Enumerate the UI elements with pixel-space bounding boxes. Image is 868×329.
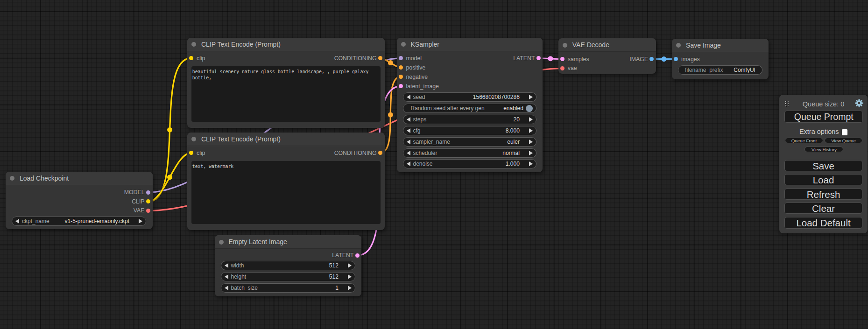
load-button[interactable]: Load (784, 174, 863, 185)
widget-sampler-name[interactable]: sampler_nameeuler (403, 137, 536, 147)
input-dot-clip[interactable] (189, 151, 193, 155)
node-title-bar[interactable]: VAE Decode (558, 38, 656, 52)
input-slot-latent_image[interactable]: latent_image (397, 82, 470, 91)
widget-width[interactable]: width512 (221, 261, 355, 270)
output-slot-CLIP[interactable]: CLIP (79, 197, 152, 206)
input-slot-positive[interactable]: positive (397, 63, 470, 72)
widget-steps[interactable]: steps20 (403, 115, 536, 124)
output-slot-LATENT[interactable]: LATENT (470, 54, 543, 63)
output-slot-MODEL[interactable]: MODEL (79, 188, 152, 197)
input-slot-images[interactable]: images (672, 55, 720, 64)
decrement-arrow-icon[interactable] (15, 219, 19, 224)
output-slot-LATENT[interactable]: LATENT (288, 251, 361, 260)
input-slot-vae[interactable]: vae (558, 63, 607, 73)
widget-height[interactable]: height512 (221, 272, 355, 281)
prompt-textarea[interactable]: beautiful scenery nature glass bottle la… (191, 66, 381, 122)
output-dot-model[interactable] (146, 190, 150, 195)
decrement-arrow-icon[interactable] (225, 274, 228, 279)
increment-arrow-icon[interactable] (348, 286, 352, 290)
increment-arrow-icon[interactable] (139, 219, 142, 224)
load-default-button[interactable]: Load Default (784, 217, 863, 229)
decrement-arrow-icon[interactable] (225, 263, 228, 268)
graph-canvas[interactable]: Queue size: 0 Queue Prompt Extra options… (0, 0, 868, 329)
widget-random-seed-after-every-gen[interactable]: Random seed after every genenabled (403, 104, 536, 113)
extra-options-checkbox[interactable] (842, 129, 848, 135)
queue-front-button[interactable]: Queue Front (785, 138, 823, 143)
collapse-dot-icon[interactable] (676, 43, 681, 48)
output-dot-latent[interactable] (355, 253, 360, 258)
input-slot-clip[interactable]: clip (187, 54, 286, 63)
widget-ckpt-name[interactable]: ckpt_namev1-5-pruned-emaonly.ckpt (12, 217, 146, 226)
input-dot-clip[interactable] (189, 56, 193, 60)
output-slot-CONDITIONING[interactable]: CONDITIONING (286, 148, 384, 158)
input-dot-model[interactable] (399, 56, 403, 60)
clear-button[interactable]: Clear (784, 203, 863, 214)
widget-seed[interactable]: seed156680208700286 (403, 92, 536, 102)
node-title-bar[interactable]: CLIP Text Encode (Prompt) (187, 133, 385, 146)
decrement-arrow-icon[interactable] (407, 151, 410, 155)
node-title-bar[interactable]: Load Checkpoint (6, 172, 153, 185)
output-slot-VAE[interactable]: VAE (79, 206, 152, 215)
collapse-dot-icon[interactable] (191, 137, 196, 141)
increment-arrow-icon[interactable] (529, 140, 533, 144)
settings-gear-icon[interactable] (855, 99, 863, 107)
input-dot-vae[interactable] (560, 66, 565, 70)
increment-arrow-icon[interactable] (529, 151, 533, 155)
input-dot-conditioning[interactable] (399, 75, 403, 79)
increment-arrow-icon[interactable] (348, 274, 352, 279)
output-dot-image[interactable] (649, 57, 654, 61)
node-title-bar[interactable]: Empty Latent Image (215, 235, 362, 249)
node-vae_decode[interactable]: VAE DecodesamplesvaeIMAGE (558, 38, 656, 74)
decrement-arrow-icon[interactable] (407, 140, 410, 144)
save-button[interactable]: Save (784, 160, 863, 171)
link-midpoint-dot[interactable] (167, 127, 172, 133)
node-title-bar[interactable]: Save Image (672, 39, 769, 52)
widget-denoise[interactable]: denoise1.000 (403, 159, 536, 168)
increment-arrow-icon[interactable] (529, 161, 533, 166)
decrement-arrow-icon[interactable] (225, 286, 228, 290)
link-midpoint-dot[interactable] (661, 56, 666, 62)
output-slot-CONDITIONING[interactable]: CONDITIONING (286, 54, 384, 63)
widget-filename-prefix[interactable]: filename_prefixComfyUI (678, 65, 762, 75)
input-dot-latent[interactable] (560, 57, 565, 61)
decrement-arrow-icon[interactable] (407, 95, 410, 99)
output-dot-conditioning[interactable] (378, 56, 382, 60)
output-dot-conditioning[interactable] (378, 151, 382, 155)
output-dot-clip[interactable] (146, 199, 150, 203)
output-dot-latent[interactable] (536, 56, 541, 60)
input-dot-conditioning[interactable] (399, 65, 403, 70)
collapse-dot-icon[interactable] (10, 176, 14, 181)
view-history-button[interactable]: View History (804, 147, 843, 152)
link-midpoint-dot[interactable] (388, 112, 393, 118)
node-clip_encode_negative[interactable]: CLIP Text Encode (Prompt)clipCONDITIONIN… (187, 133, 385, 231)
widget-scheduler[interactable]: schedulernormal (403, 148, 536, 158)
input-slot-clip[interactable]: clip (187, 148, 286, 158)
input-slot-samples[interactable]: samples (558, 55, 607, 64)
output-dot-vae[interactable] (146, 209, 150, 213)
collapse-dot-icon[interactable] (191, 42, 196, 47)
input-slot-negative[interactable]: negative (397, 72, 470, 82)
increment-arrow-icon[interactable] (529, 128, 533, 133)
toggle-on-indicator[interactable] (526, 105, 533, 112)
input-slot-model[interactable]: model (397, 54, 470, 63)
collapse-dot-icon[interactable] (563, 43, 567, 48)
queue-prompt-button[interactable]: Queue Prompt (784, 111, 863, 123)
input-dot-latent[interactable] (399, 84, 403, 88)
link-midpoint-dot[interactable] (548, 56, 553, 61)
node-clip_encode_positive[interactable]: CLIP Text Encode (Prompt)clipCONDITIONIN… (187, 38, 385, 128)
link-midpoint-dot[interactable] (167, 175, 172, 180)
node-ksampler[interactable]: KSamplermodelpositivenegativelatent_imag… (397, 38, 543, 172)
view-queue-button[interactable]: View Queue (825, 138, 863, 143)
increment-arrow-icon[interactable] (348, 263, 352, 268)
widget-cfg[interactable]: cfg8.000 (403, 126, 536, 135)
collapse-dot-icon[interactable] (401, 42, 406, 47)
input-dot-image[interactable] (674, 57, 678, 61)
decrement-arrow-icon[interactable] (407, 128, 410, 133)
collapse-dot-icon[interactable] (219, 240, 224, 245)
node-save_image[interactable]: Save Imageimagesfilename_prefixComfyUI (672, 39, 769, 80)
widget-batch-size[interactable]: batch_size1 (221, 283, 355, 293)
node-load_checkpoint[interactable]: Load CheckpointMODELCLIPVAEckpt_namev1-5… (6, 172, 153, 229)
decrement-arrow-icon[interactable] (407, 117, 410, 122)
node-title-bar[interactable]: CLIP Text Encode (Prompt) (187, 38, 385, 51)
increment-arrow-icon[interactable] (529, 95, 533, 99)
